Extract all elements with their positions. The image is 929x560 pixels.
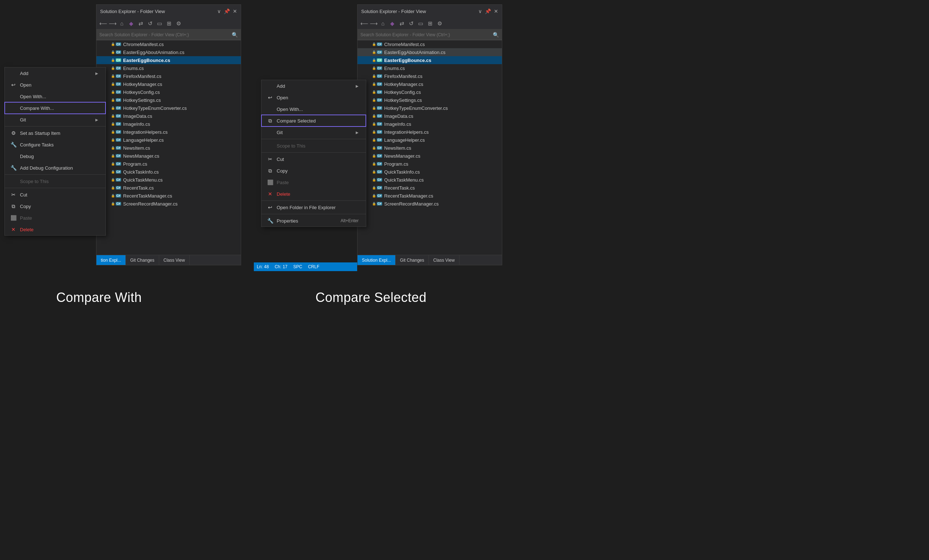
settings-icon[interactable]: ⚙ bbox=[436, 20, 443, 27]
file-item[interactable]: 🔒 C# ChromeManifest.cs bbox=[97, 40, 241, 48]
file-item[interactable]: 🔒 C# ImageInfo.cs bbox=[97, 120, 241, 128]
cm-delete-right[interactable]: ✕ Delete bbox=[261, 188, 366, 200]
vs-icon[interactable]: ◆ bbox=[128, 20, 135, 27]
file-item-highlighted[interactable]: 🔒 C# EasterEggBounce.cs bbox=[357, 56, 502, 64]
split-icon[interactable]: ⊞ bbox=[166, 20, 173, 27]
cm-git-right[interactable]: Git ▶ bbox=[261, 127, 366, 138]
file-item[interactable]: 🔒 C# QuickTaskMenu.cs bbox=[357, 176, 502, 184]
file-item[interactable]: 🔒 C# HotkeyManager.cs bbox=[357, 80, 502, 88]
file-item[interactable]: 🔒 C# Program.cs bbox=[357, 160, 502, 168]
file-item[interactable]: 🔒 C# HotkeyManager.cs bbox=[97, 80, 241, 88]
refresh-icon[interactable]: ↺ bbox=[147, 20, 154, 27]
home-icon[interactable]: ⌂ bbox=[118, 20, 126, 26]
chevron-down-icon[interactable]: ∨ bbox=[217, 8, 221, 14]
file-item[interactable]: 🔒 C# IntegrationHelpers.cs bbox=[97, 128, 241, 136]
back-icon[interactable]: ⟵ bbox=[360, 20, 368, 27]
left-search-bar[interactable]: 🔍 bbox=[97, 29, 241, 40]
pin-icon[interactable]: 📌 bbox=[485, 8, 491, 14]
file-item[interactable]: 🔒 C# NewsManager.cs bbox=[357, 152, 502, 160]
file-item[interactable]: 🔒 C# Enums.cs bbox=[97, 64, 241, 72]
cm-add[interactable]: Add ▶ bbox=[5, 67, 106, 79]
file-item[interactable]: 🔒 C# HotkeySettings.cs bbox=[97, 96, 241, 104]
file-item[interactable]: 🔒 C# LanguageHelper.cs bbox=[97, 136, 241, 144]
tab-git-changes-right[interactable]: Git Changes bbox=[396, 255, 429, 265]
file-item[interactable]: 🔒 C# HotkeysConfig.cs bbox=[97, 88, 241, 96]
file-item[interactable]: 🔒 C# Enums.cs bbox=[357, 64, 502, 72]
file-item[interactable]: 🔒 C# IntegrationHelpers.cs bbox=[357, 128, 502, 136]
file-item[interactable]: 🔒 C# HotkeySettings.cs bbox=[357, 96, 502, 104]
file-item[interactable]: 🔒 C# EasterEggAboutAnimation.cs bbox=[97, 48, 241, 56]
file-item[interactable]: 🔒 C# HotkeysConfig.cs bbox=[357, 88, 502, 96]
tab-git-changes[interactable]: Git Changes bbox=[126, 255, 159, 265]
cm-debug[interactable]: Debug bbox=[5, 150, 106, 162]
cm-delete[interactable]: ✕ Delete bbox=[5, 223, 106, 235]
close-icon[interactable]: ✕ bbox=[494, 8, 498, 14]
file-item[interactable]: 🔒 C# RecentTaskManager.cs bbox=[357, 192, 502, 200]
file-item-selected[interactable]: 🔒 C# EasterEggAboutAnimation.cs bbox=[357, 48, 502, 56]
right-search-input[interactable] bbox=[360, 32, 493, 37]
file-item[interactable]: 🔒 C# NewsItem.cs bbox=[97, 144, 241, 152]
file-item[interactable]: 🔒 C# ChromeManifest.cs bbox=[357, 40, 502, 48]
file-item[interactable]: 🔒 C# RecentTask.cs bbox=[97, 184, 241, 192]
cm-cut-right[interactable]: ✂ Cut bbox=[261, 153, 366, 165]
cm-copy[interactable]: ⧉ Copy bbox=[5, 200, 106, 212]
left-file-list[interactable]: 🔒 C# ChromeManifest.cs 🔒 C# EasterEggAbo… bbox=[97, 40, 241, 255]
file-item[interactable]: 🔒 C# RecentTaskManager.cs bbox=[97, 192, 241, 200]
vs-icon[interactable]: ◆ bbox=[389, 20, 396, 27]
cm-set-startup[interactable]: ⚙ Set as Startup Item bbox=[5, 127, 106, 139]
file-item[interactable]: 🔒 C# QuickTaskInfo.cs bbox=[357, 168, 502, 176]
cm-properties[interactable]: 🔧 Properties Alt+Enter bbox=[261, 215, 366, 226]
collapse-icon[interactable]: ▭ bbox=[156, 20, 163, 27]
file-item[interactable]: 🔒 C# ImageInfo.cs bbox=[357, 120, 502, 128]
right-search-bar[interactable]: 🔍 bbox=[357, 29, 502, 40]
left-search-input[interactable] bbox=[100, 32, 232, 37]
pin-icon[interactable]: 📌 bbox=[224, 8, 230, 14]
sync-icon[interactable]: ⇄ bbox=[398, 20, 405, 27]
file-item[interactable]: 🔒 C# ScreenRecordManager.cs bbox=[97, 200, 241, 208]
file-item[interactable]: 🔒 C# NewsItem.cs bbox=[357, 144, 502, 152]
cm-cut[interactable]: ✂ Cut bbox=[5, 189, 106, 200]
cm-configure-tasks[interactable]: 🔧 Configure Tasks bbox=[5, 139, 106, 150]
file-item[interactable]: 🔒 C# ScreenRecordManager.cs bbox=[357, 200, 502, 208]
file-item[interactable]: 🔒 C# QuickTaskInfo.cs bbox=[97, 168, 241, 176]
tab-solution-explorer-right[interactable]: Solution Expl... bbox=[357, 255, 396, 265]
settings-icon[interactable]: ⚙ bbox=[175, 20, 182, 27]
file-item[interactable]: 🔒 C# Program.cs bbox=[97, 160, 241, 168]
right-file-list[interactable]: 🔒 C# ChromeManifest.cs 🔒 C# EasterEggAbo… bbox=[357, 40, 502, 255]
cm-open-right[interactable]: ↩ Open bbox=[261, 92, 366, 103]
chevron-down-icon[interactable]: ∨ bbox=[478, 8, 482, 14]
cm-add-debug[interactable]: 🔧 Add Debug Configuration bbox=[5, 162, 106, 174]
tab-class-view[interactable]: Class View bbox=[159, 255, 190, 265]
file-item[interactable]: 🔒 C# HotkeyTypeEnumConverter.cs bbox=[357, 104, 502, 112]
tab-solution-explorer[interactable]: tion Expl... bbox=[97, 255, 126, 265]
home-icon[interactable]: ⌂ bbox=[379, 20, 386, 26]
cm-open-folder[interactable]: ↩ Open Folder in File Explorer bbox=[261, 202, 366, 213]
forward-icon[interactable]: ⟶ bbox=[109, 20, 116, 27]
file-item[interactable]: 🔒 C# ImageData.cs bbox=[357, 112, 502, 120]
cm-open-with-right[interactable]: Open With... bbox=[261, 103, 366, 115]
file-item[interactable]: 🔒 C# FirefoxManifest.cs bbox=[357, 72, 502, 80]
back-icon[interactable]: ⟵ bbox=[100, 20, 107, 27]
cm-git[interactable]: Git ▶ bbox=[5, 114, 106, 125]
cm-open[interactable]: ↩ Open bbox=[5, 79, 106, 90]
collapse-icon[interactable]: ▭ bbox=[417, 20, 424, 27]
file-item[interactable]: 🔒 C# LanguageHelper.cs bbox=[357, 136, 502, 144]
file-item-highlighted[interactable]: 🔒 C# EasterEggBounce.cs bbox=[97, 56, 241, 64]
file-item[interactable]: 🔒 C# NewsManager.cs bbox=[97, 152, 241, 160]
refresh-icon[interactable]: ↺ bbox=[408, 20, 415, 27]
file-item[interactable]: 🔒 C# ImageData.cs bbox=[97, 112, 241, 120]
cm-compare-with[interactable]: Compare With... bbox=[5, 102, 106, 114]
split-icon[interactable]: ⊞ bbox=[426, 20, 434, 27]
file-item[interactable]: 🔒 C# RecentTask.cs bbox=[357, 184, 502, 192]
file-item[interactable]: 🔒 C# FirefoxManifest.cs bbox=[97, 72, 241, 80]
close-icon[interactable]: ✕ bbox=[233, 8, 237, 14]
tab-class-view-right[interactable]: Class View bbox=[429, 255, 460, 265]
cm-copy-right[interactable]: ⧉ Copy bbox=[261, 165, 366, 176]
forward-icon[interactable]: ⟶ bbox=[370, 20, 377, 27]
cm-compare-selected[interactable]: ⧉ Compare Selected bbox=[261, 115, 366, 127]
sync-icon[interactable]: ⇄ bbox=[137, 20, 144, 27]
cm-open-with[interactable]: Open With... bbox=[5, 90, 106, 102]
cm-add-right[interactable]: Add ▶ bbox=[261, 80, 366, 92]
file-item[interactable]: 🔒 C# QuickTaskMenu.cs bbox=[97, 176, 241, 184]
file-item[interactable]: 🔒 C# HotkeyTypeEnumConverter.cs bbox=[97, 104, 241, 112]
